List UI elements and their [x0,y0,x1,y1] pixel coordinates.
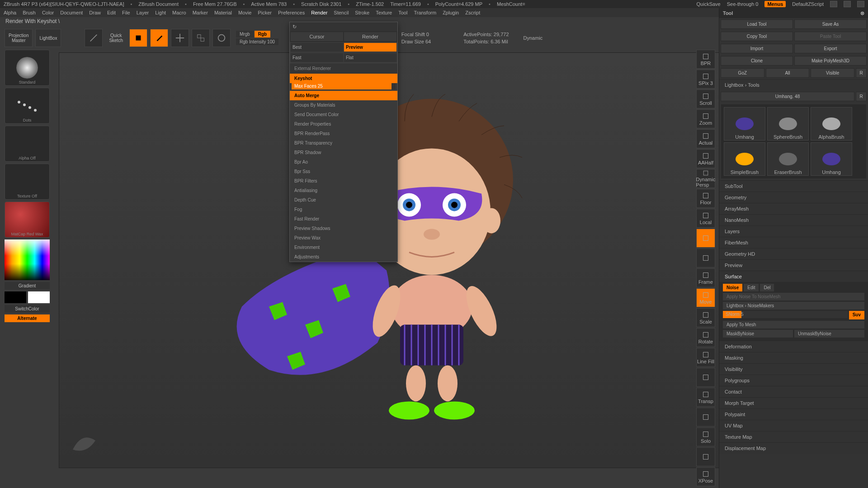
acc-layers[interactable]: Layers [719,225,868,237]
menu-stencil[interactable]: Stencil [334,10,349,15]
quicksketch-button[interactable] [85,29,103,47]
rtool-btn9[interactable] [696,229,715,248]
render-bpr-sss[interactable]: Bpr Sss [290,167,397,176]
current-tool[interactable]: Umhang. 48 [721,92,854,101]
window-min-icon[interactable] [830,1,837,7]
export-button[interactable]: Export [794,44,867,53]
render-bpr-shadow[interactable]: BPR Shadow [290,148,397,157]
rtool-dynamic-persp[interactable]: DynamicPersp [696,169,715,188]
tool-thumb-umhang[interactable]: Umhang [724,107,765,141]
copy-tool-button[interactable]: Copy Tool [721,32,793,41]
render-environment[interactable]: Environment [290,243,397,252]
quicksave-button[interactable]: QuickSave [697,1,721,7]
tool-thumb-alphabrush[interactable]: AlphaBrush [811,107,852,141]
render-best[interactable]: Best [291,43,343,52]
tool-thumb-umhang[interactable]: Umhang [811,142,852,176]
scale-mode-button[interactable] [192,29,210,47]
acc-nanomesh[interactable]: NanoMesh [719,214,868,225]
refresh-icon[interactable]: ↻ [290,22,397,31]
mrgb-button[interactable]: Mrgb [236,31,254,38]
dynamic-toggle[interactable]: Dynamic [524,35,543,41]
render-render-properties[interactable]: Render Properties [290,119,397,129]
apply-to-mesh[interactable]: Apply To Mesh [723,321,864,328]
unmask-by-noise[interactable]: UnmaskByNoise [794,330,864,338]
menu-document[interactable]: Document [60,10,83,15]
tool-r-button[interactable]: R [856,92,867,101]
edit-mode-button[interactable] [129,29,147,47]
render-bpr-ao[interactable]: Bpr Ao [290,157,397,167]
render-antialiasing[interactable]: Antialiasing [290,186,397,195]
acc-arraymesh[interactable]: ArrayMesh [719,203,868,214]
rtool-btn18[interactable] [696,408,715,427]
menu-render[interactable]: Render [311,10,327,15]
tool-thumb-simplebrush[interactable]: SimpleBrush [724,142,765,176]
default-script[interactable]: DefaultZScript [792,1,824,7]
rtool-btn10[interactable] [696,249,715,267]
keyshot-button[interactable]: Keyshot [290,74,397,83]
menu-marker[interactable]: Marker [193,10,208,15]
rotate-mode-button[interactable] [212,29,231,47]
render-preview-wax[interactable]: Preview Wax [290,233,397,243]
rgb-button[interactable]: Rgb [255,31,270,38]
surface-header[interactable]: Surface [719,271,868,282]
rtool-scale[interactable]: Scale [696,308,715,327]
acc-deformation[interactable]: Deformation [719,341,868,352]
render-fast-render[interactable]: Fast Render [290,214,397,224]
acc-polygroups[interactable]: Polygroups [719,375,868,386]
draw-mode-button[interactable] [150,29,168,47]
rtool-aahalf[interactable]: AAHalf [696,149,715,168]
save-as-button[interactable]: Save As [794,19,867,29]
switchcolor-button[interactable]: SwitchColor [5,305,50,313]
move-mode-button[interactable] [171,29,189,47]
menu-tool[interactable]: Tool [398,10,407,15]
apply-noise-nm[interactable]: Apply Noise To NoiseMesh [723,293,864,300]
noise-button[interactable]: Noise [723,284,742,291]
menu-alpha[interactable]: Alpha [4,10,16,15]
gradient-button[interactable]: Gradient [5,282,50,290]
paste-tool-button[interactable]: Paste Tool [794,32,867,41]
lightbox-tools[interactable]: Lightbox › Tools [719,79,868,90]
acc-preview[interactable]: Preview [719,259,868,271]
del-button[interactable]: Del [760,284,774,291]
load-tool-button[interactable]: Load Tool [721,19,793,29]
menu-edit[interactable]: Edit [107,10,116,15]
acc-uv-map[interactable]: UV Map [719,420,868,431]
menu-macro[interactable]: Macro [172,10,186,15]
rtool-actual[interactable]: Actual [696,129,715,148]
acc-geometry-hd[interactable]: Geometry HD [719,248,868,259]
rtool-spix-3[interactable]: SPix 3 [696,70,715,89]
rtool-zoom[interactable]: Zoom [696,109,715,128]
render-bpr-renderpass[interactable]: BPR RenderPass [290,129,397,138]
menu-zscript[interactable]: Zscript [465,10,480,15]
menu-layer[interactable]: Layer [137,10,149,15]
acc-displacement-map[interactable]: Displacement Map [719,442,868,454]
draw-size[interactable]: Draw Size 64 [401,39,431,44]
rtool-move[interactable]: Move [696,288,715,307]
render-fog[interactable]: Fog [290,205,397,214]
menu-file[interactable]: File [122,10,130,15]
menu-draw[interactable]: Draw [89,10,101,15]
import-button[interactable]: Import [721,44,793,53]
suv-button[interactable]: Suv [849,311,864,319]
menu-brush[interactable]: Brush [23,10,36,15]
window-max-icon[interactable] [844,1,851,7]
tool-thumb-spherebrush[interactable]: SphereBrush [767,107,809,141]
menu-material[interactable]: Material [214,10,232,15]
cursor-tab[interactable]: Cursor [291,32,343,41]
render-flat[interactable]: Flat [344,53,396,62]
render-bpr-transparency[interactable]: BPR Transparency [290,138,397,148]
menu-stroke[interactable]: Stroke [355,10,369,15]
rtool-scroll[interactable]: Scroll [696,89,715,108]
menu-light[interactable]: Light [155,10,166,15]
menu-picker[interactable]: Picker [258,10,272,15]
rtool-line-fill[interactable]: Line Fill [696,348,715,367]
menu-color[interactable]: Color [42,10,54,15]
acc-contact[interactable]: Contact [719,386,868,397]
window-close-icon[interactable] [857,1,864,7]
color-white[interactable] [28,291,50,303]
alternate-button[interactable]: Alternate [5,314,50,322]
send-document-color[interactable]: Send Document Color [290,110,397,119]
menu-preferences[interactable]: Preferences [278,10,305,15]
all-button[interactable]: All [766,68,810,78]
render-preview[interactable]: Preview [344,43,396,52]
